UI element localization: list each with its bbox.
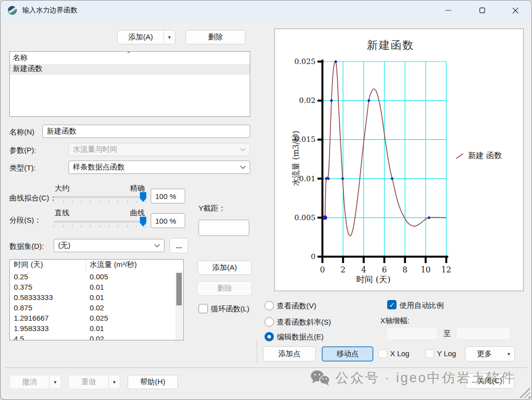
resize-grip[interactable] (519, 387, 530, 398)
window-title: 输入水力边界函数 (22, 6, 77, 15)
svg-text:0.005: 0.005 (295, 213, 316, 222)
data-point[interactable] (428, 216, 430, 219)
data-point[interactable] (330, 100, 332, 102)
table-scrollbar-thumb[interactable] (176, 273, 182, 305)
y-intercept-input[interactable] (199, 220, 249, 236)
close-dialog-button[interactable]: 关闭(C) (465, 373, 514, 389)
minimize-icon (445, 7, 451, 13)
curve-fit-max-label: 精确 (130, 184, 145, 193)
add-point-row-button[interactable]: 添加(A) (198, 261, 252, 275)
move-point-button[interactable]: 移动点 (322, 346, 373, 362)
view-slope-radio[interactable] (265, 317, 274, 327)
add-function-button[interactable]: 添加(A) ▼ (117, 30, 175, 44)
svg-text:0: 0 (320, 265, 325, 274)
x-increment-label: X轴增幅: (380, 316, 409, 326)
autoscale-checkbox[interactable]: ✓ (387, 300, 397, 309)
add-point-row-label: 添加(A) (212, 263, 237, 272)
y-intercept-label: Y截距： (199, 204, 226, 213)
add-point-button[interactable]: 添加点 (263, 346, 316, 362)
points-table[interactable]: 时间 (天) 水流量 (m³/秒) 0.250.005 0.3750.01 0.… (9, 259, 184, 340)
points-table-header[interactable]: 时间 (天) 水流量 (m³/秒) (10, 260, 183, 271)
chart-y-axis-label: 水流量 (m3/秒) (291, 117, 301, 200)
sort-asc-icon[interactable]: ⌃ (126, 51, 131, 58)
function-list-header[interactable]: 名称 (13, 53, 28, 63)
table-row[interactable]: 0.250.005 (10, 272, 183, 282)
x-log-label: X Log (390, 349, 409, 358)
autoscale-label: 使用自动比例 (399, 301, 444, 310)
more-label: 更多 (466, 349, 503, 359)
segments-slider[interactable] (54, 221, 146, 223)
chevron-down-icon (154, 244, 160, 248)
segments-percent-value: 100 % (155, 217, 176, 225)
data-point[interactable] (391, 177, 393, 180)
curve-fit-slider[interactable] (54, 196, 146, 198)
dataset-browse-button[interactable]: ... (169, 238, 188, 253)
col-flow-header[interactable]: 水流量 (m³/秒) (90, 260, 137, 269)
data-point[interactable] (327, 177, 330, 180)
redo-dropdown-arrow-icon[interactable]: ▼ (108, 375, 120, 389)
table-row[interactable]: 1.95833330.01 (10, 324, 183, 334)
more-dropdown-arrow-icon[interactable]: ▼ (503, 347, 514, 361)
delete-function-button[interactable]: 删除 (186, 30, 245, 44)
minimize-button[interactable] (437, 0, 460, 20)
view-function-radio[interactable] (265, 301, 274, 310)
curve-fit-percent[interactable]: 100 % (151, 189, 185, 203)
function-list[interactable]: 名称 ⌃ 新建函数 (9, 51, 250, 117)
segments-max-label: 曲线 (130, 208, 145, 218)
chart-panel[interactable]: 新建函数 00.0050.010.0150.020.025024681012 水… (274, 29, 524, 291)
svg-text:10: 10 (421, 265, 431, 274)
edit-points-radio[interactable] (265, 332, 274, 341)
help-button[interactable]: 帮助(H) (128, 375, 178, 389)
function-list-item[interactable]: 新建函数 (10, 64, 250, 75)
segments-min-label: 直线 (55, 208, 69, 218)
edit-points-label: 编辑数据点(E) (277, 333, 324, 342)
name-value: 新建函数 (47, 127, 76, 136)
data-point[interactable] (341, 177, 344, 180)
data-point[interactable] (334, 60, 337, 63)
chevron-down-icon (240, 166, 246, 169)
x-range-from-input (386, 327, 438, 340)
table-row[interactable]: 0.3750.01 (10, 282, 183, 293)
dataset-value: (无) (58, 241, 70, 250)
svg-text:2: 2 (340, 265, 345, 274)
name-label: 名称(N) (9, 128, 34, 137)
help-label: 帮助(H) (140, 377, 166, 387)
curve-fit-percent-value: 100 % (155, 192, 176, 200)
undo-button: 撤消 ▼ (9, 375, 61, 389)
table-row[interactable]: 1.29166670.025 (10, 313, 183, 324)
table-row[interactable]: 0.8750.02 (10, 303, 183, 313)
data-point[interactable] (323, 215, 327, 220)
undo-dropdown-arrow-icon[interactable]: ▼ (49, 375, 61, 389)
segments-percent[interactable]: 100 % (151, 213, 185, 228)
curve-fit-slider-ticks (54, 200, 146, 203)
delete-point-row-label: 删除 (217, 284, 232, 293)
type-select[interactable]: 样条数据点函数 (68, 161, 250, 174)
table-row[interactable]: 4.50.02 (10, 334, 183, 340)
chart-legend: 新建 函数 (455, 151, 502, 161)
parameter-select: 水流量与时间 (68, 143, 250, 156)
y-log-checkbox[interactable] (425, 349, 434, 358)
add-function-label: 添加(A) (118, 33, 164, 42)
add-function-dropdown-arrow-icon[interactable]: ▼ (164, 31, 175, 44)
dataset-select[interactable]: (无) (54, 239, 165, 252)
svg-text:4: 4 (361, 265, 366, 274)
undo-label: 撤消 (10, 377, 49, 387)
add-point-label: 添加点 (278, 349, 300, 359)
maximize-icon (479, 7, 485, 13)
segments-label: 分段(S)： (9, 216, 41, 225)
close-button[interactable] (504, 0, 527, 20)
chart-title: 新建函数 (304, 38, 477, 53)
table-scrollbar[interactable] (175, 271, 183, 340)
close-icon (512, 7, 519, 14)
dialog-window: 输入水力边界函数 添加(A) ▼ 删除 名称 ⌃ 新建函数 名称(N) 新建函数… (0, 0, 532, 400)
function-list-item-label: 新建函数 (13, 64, 42, 72)
cyclic-function-checkbox[interactable] (199, 304, 208, 313)
x-log-checkbox[interactable] (378, 349, 387, 358)
col-time-header[interactable]: 时间 (天) (14, 260, 43, 269)
more-button[interactable]: 更多 ▼ (465, 346, 515, 362)
data-point[interactable] (367, 100, 370, 102)
chevron-down-icon (240, 148, 246, 152)
maximize-button[interactable] (471, 0, 494, 20)
name-input[interactable]: 新建函数 (42, 125, 250, 138)
table-row[interactable]: 0.583333330.01 (10, 293, 183, 303)
